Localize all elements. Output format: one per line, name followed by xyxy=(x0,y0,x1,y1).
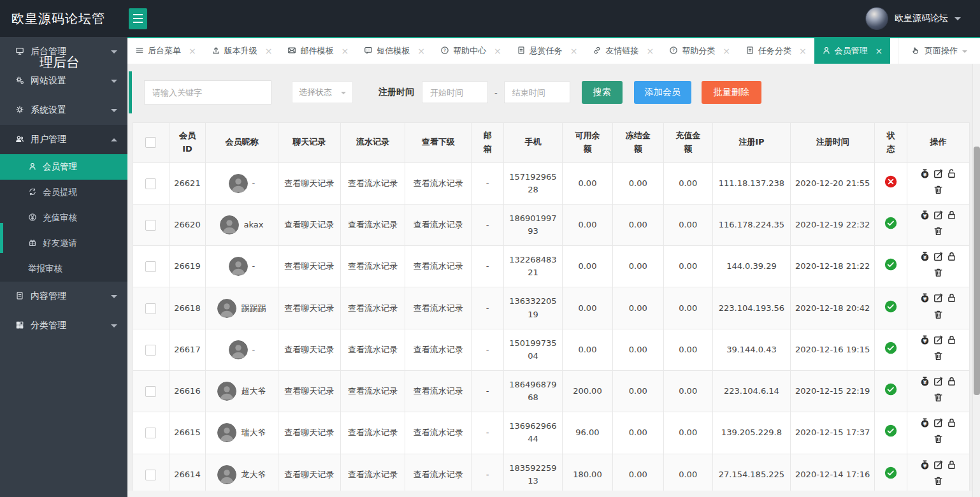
edit-button[interactable] xyxy=(932,171,945,181)
delete-button[interactable] xyxy=(932,312,945,322)
tab-member-management[interactable]: 会员管理 × xyxy=(814,38,891,64)
lock-button[interactable] xyxy=(945,254,958,264)
tab-reward-task[interactable]: 悬赏任务 × xyxy=(509,38,586,64)
flow-log-link[interactable]: 查看流水记录 xyxy=(340,371,405,412)
subordinate-link[interactable]: 查看流水记录 xyxy=(405,204,472,245)
chat-log-link[interactable]: 查看聊天记录 xyxy=(278,204,340,245)
subordinate-link[interactable]: 查看流水记录 xyxy=(405,162,472,204)
flow-log-link[interactable]: 查看流水记录 xyxy=(340,412,405,454)
lock-button[interactable] xyxy=(945,338,958,347)
balance-button[interactable]: ¥ xyxy=(918,171,932,181)
close-icon[interactable]: × xyxy=(494,46,501,56)
close-icon[interactable]: × xyxy=(570,46,578,56)
end-time-input[interactable] xyxy=(504,82,570,103)
unlock-button[interactable] xyxy=(945,171,958,181)
close-icon[interactable]: × xyxy=(417,46,425,56)
chat-log-link[interactable]: 查看聊天记录 xyxy=(278,246,340,287)
close-icon[interactable]: × xyxy=(876,46,883,56)
lock-button[interactable] xyxy=(945,463,958,472)
sidebar-item-member-management[interactable]: 会员管理 xyxy=(0,154,127,180)
chat-log-link[interactable]: 查看聊天记录 xyxy=(278,162,340,204)
sidebar-toggle-button[interactable] xyxy=(129,8,147,29)
close-icon[interactable]: × xyxy=(341,46,349,56)
sidebar-item-recharge-audit[interactable]: 充值审核 xyxy=(0,205,127,231)
sidebar-item-content-management[interactable]: 内容管理 xyxy=(0,282,127,311)
sidebar-item-report-audit[interactable]: 举报审核 xyxy=(0,256,127,282)
start-time-input[interactable] xyxy=(422,82,488,103)
sidebar-item-system-settings[interactable]: 系统设置 xyxy=(0,96,127,125)
delete-button[interactable] xyxy=(932,395,945,405)
sidebar-item-user-management[interactable]: 用户管理 xyxy=(0,125,127,154)
flow-log-link[interactable]: 查看流水记录 xyxy=(340,162,405,204)
lock-button[interactable] xyxy=(945,379,958,389)
lock-button[interactable] xyxy=(945,421,958,430)
flow-log-link[interactable]: 查看流水记录 xyxy=(340,454,405,495)
balance-button[interactable]: ¥ xyxy=(918,296,932,305)
balance-button[interactable]: ¥ xyxy=(918,254,932,264)
tab-backend-menu[interactable]: 后台菜单 × xyxy=(127,38,204,64)
keyword-input[interactable] xyxy=(144,80,271,104)
row-checkbox[interactable] xyxy=(145,428,156,438)
row-checkbox[interactable] xyxy=(145,261,156,272)
flow-log-link[interactable]: 查看流水记录 xyxy=(340,246,405,287)
status-select[interactable]: 选择状态 xyxy=(292,82,353,103)
delete-button[interactable] xyxy=(932,229,945,238)
tab-help-center[interactable]: ? 帮助中心 × xyxy=(433,38,509,64)
row-checkbox[interactable] xyxy=(145,178,156,189)
subordinate-link[interactable]: 查看流水记录 xyxy=(405,371,472,412)
balance-button[interactable]: ¥ xyxy=(918,463,932,472)
close-icon[interactable]: × xyxy=(723,46,730,56)
add-member-button[interactable]: 添加会员 xyxy=(634,81,691,104)
row-checkbox[interactable] xyxy=(145,470,156,480)
edit-button[interactable] xyxy=(932,421,945,430)
sidebar-item-friend-invite[interactable]: 好友邀请 xyxy=(0,231,127,256)
tab-version-upgrade[interactable]: 版本升级 × xyxy=(204,38,280,64)
close-icon[interactable]: × xyxy=(265,46,273,56)
close-icon[interactable]: × xyxy=(646,46,654,56)
flow-log-link[interactable]: 查看流水记录 xyxy=(340,287,405,329)
tab-help-category[interactable]: ? 帮助分类 × xyxy=(661,38,738,64)
balance-button[interactable]: ¥ xyxy=(918,338,932,347)
tab-sms-template[interactable]: 短信模板 × xyxy=(356,38,433,64)
lock-button[interactable] xyxy=(945,296,958,305)
close-icon[interactable]: × xyxy=(189,46,196,56)
balance-button[interactable]: ¥ xyxy=(918,379,932,389)
sidebar-item-category-management[interactable]: 分类管理 xyxy=(0,311,127,340)
tab-mail-template[interactable]: 邮件模板 × xyxy=(280,38,356,64)
edit-button[interactable] xyxy=(932,338,945,347)
select-all-checkbox[interactable] xyxy=(145,137,156,148)
close-icon[interactable]: × xyxy=(799,46,807,56)
row-checkbox[interactable] xyxy=(145,220,156,231)
delete-button[interactable] xyxy=(932,479,945,488)
subordinate-link[interactable]: 查看流水记录 xyxy=(405,287,472,329)
lock-button[interactable] xyxy=(945,213,958,222)
vertical-scrollbar-thumb[interactable] xyxy=(974,147,980,395)
balance-button[interactable]: ¥ xyxy=(918,213,932,222)
delete-button[interactable] xyxy=(932,436,945,446)
flow-log-link[interactable]: 查看流水记录 xyxy=(340,204,405,245)
delete-button[interactable] xyxy=(932,187,945,197)
flow-log-link[interactable]: 查看流水记录 xyxy=(340,329,405,370)
sidebar-scrollbar-thumb[interactable] xyxy=(0,223,3,253)
edit-button[interactable] xyxy=(932,254,945,264)
sidebar-item-site-settings[interactable]: 网站设置 xyxy=(0,66,127,96)
row-checkbox[interactable] xyxy=(145,345,156,356)
row-checkbox[interactable] xyxy=(145,303,156,314)
chat-log-link[interactable]: 查看聊天记录 xyxy=(278,287,340,329)
page-actions-button[interactable]: 页面操作 xyxy=(898,38,980,64)
edit-button[interactable] xyxy=(932,463,945,472)
chat-log-link[interactable]: 查看聊天记录 xyxy=(278,412,340,454)
sidebar-item-dashboard[interactable]: 后台管理 xyxy=(0,37,127,66)
subordinate-link[interactable]: 查看流水记录 xyxy=(405,412,472,454)
sidebar-item-member-withdraw[interactable]: 会员提现 xyxy=(0,180,127,205)
delete-button[interactable] xyxy=(932,354,945,363)
chat-log-link[interactable]: 查看聊天记录 xyxy=(278,454,340,495)
balance-button[interactable]: ¥ xyxy=(918,421,932,430)
chat-log-link[interactable]: 查看聊天记录 xyxy=(278,329,340,370)
edit-button[interactable] xyxy=(932,296,945,305)
edit-button[interactable] xyxy=(932,213,945,222)
subordinate-link[interactable]: 查看流水记录 xyxy=(405,454,472,495)
tab-task-category[interactable]: 任务分类 × xyxy=(738,38,814,64)
edit-button[interactable] xyxy=(932,379,945,389)
batch-delete-button[interactable]: 批量删除 xyxy=(702,81,761,104)
